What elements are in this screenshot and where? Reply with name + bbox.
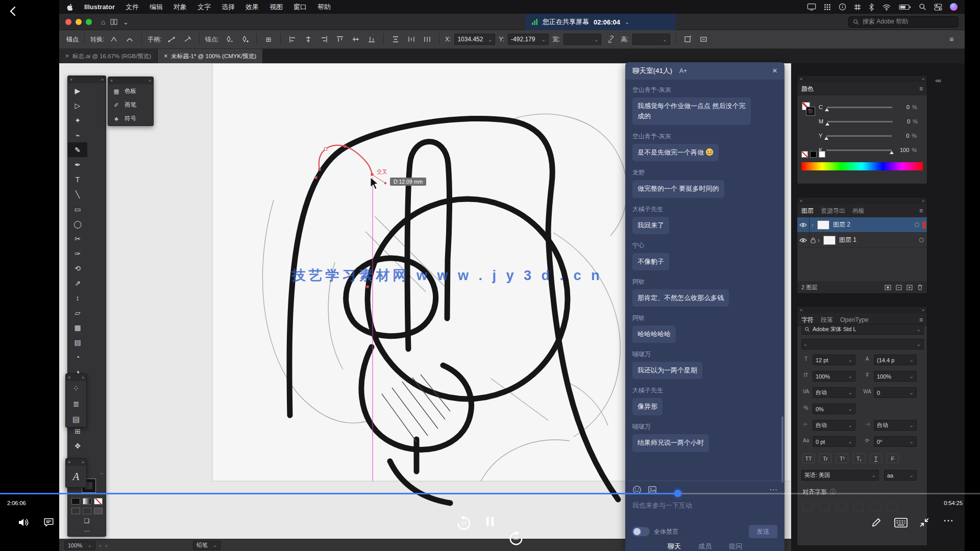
collapse-icon[interactable]: »: [82, 375, 84, 380]
mesh-tool[interactable]: ▦: [68, 320, 87, 335]
width-value-field[interactable]: ⌄: [564, 34, 601, 45]
new-sublayer-icon[interactable]: [896, 285, 902, 290]
close-tab-icon[interactable]: ×: [164, 53, 167, 60]
delete-layer-icon[interactable]: [917, 284, 923, 290]
show-handles-button[interactable]: [165, 34, 178, 45]
none-swatch[interactable]: [801, 151, 808, 158]
expand-layer-icon[interactable]: ›: [812, 221, 814, 229]
align-left-button[interactable]: [286, 34, 299, 45]
isolate-selected-object-icon[interactable]: [698, 34, 710, 45]
document-tab-logo[interactable]: × 标志.ai @ 16.67% (RGB/预览): [59, 49, 158, 63]
toolbar-more-button[interactable]: ⋯: [68, 526, 106, 536]
tab-layers[interactable]: 图层: [801, 207, 814, 215]
lasso-tool[interactable]: ⌁: [68, 128, 87, 142]
vertical-scale-select[interactable]: 100%⌄: [813, 371, 855, 382]
menu-select[interactable]: 选择: [222, 3, 235, 12]
close-window-button[interactable]: [65, 19, 71, 25]
exit-fullscreen-button[interactable]: [919, 517, 930, 528]
layer-name[interactable]: 图层 1: [839, 236, 856, 244]
chevron-down-icon[interactable]: ⌄: [122, 18, 129, 26]
pen-tool[interactable]: ✒: [68, 157, 87, 172]
x-value-field[interactable]: 1034.452⌄: [454, 34, 495, 45]
keyboard-button[interactable]: [894, 518, 908, 528]
align-top-button[interactable]: [334, 34, 346, 45]
black-swatch[interactable]: [810, 151, 817, 158]
wifi-icon[interactable]: [882, 4, 891, 11]
tsume-left-select[interactable]: 自动⌄: [813, 420, 855, 431]
panel-menu-icon[interactable]: ≡: [919, 85, 923, 92]
zoom-window-button[interactable]: [86, 19, 92, 25]
color-mode-buttons[interactable]: [68, 496, 106, 506]
free-transform-tool[interactable]: ▱: [68, 305, 87, 320]
ellipse-tool[interactable]: ◯: [68, 216, 87, 231]
none-button[interactable]: [94, 498, 103, 505]
panel-menu-icon[interactable]: ≡: [919, 316, 923, 323]
visibility-eye-icon[interactable]: [797, 217, 810, 232]
menu-help[interactable]: 帮助: [317, 3, 331, 12]
magenta-slider-row[interactable]: M0%: [819, 118, 918, 124]
layer-name[interactable]: 图层 2: [833, 220, 850, 229]
character-rotation-select[interactable]: 0°⌄: [874, 436, 917, 447]
connect-anchor-button[interactable]: [238, 34, 251, 45]
app-name[interactable]: Illustrator: [84, 3, 115, 11]
horizontal-scale-select[interactable]: 100%⌄: [874, 371, 917, 382]
make-mask-icon[interactable]: [885, 285, 891, 290]
height-value-field[interactable]: ⌄: [632, 34, 670, 45]
align-vertical-center-button[interactable]: [350, 34, 362, 45]
small-caps-button[interactable]: Tr: [819, 454, 831, 463]
white-swatch[interactable]: [819, 151, 825, 158]
spotlight-search-icon[interactable]: [919, 3, 926, 11]
convert-to-corner-button[interactable]: [108, 34, 120, 45]
tab-artboards[interactable]: 画板: [852, 207, 865, 215]
help-search-field[interactable]: 搜索 Adobe 帮助: [848, 16, 959, 28]
convert-to-smooth-button[interactable]: [124, 34, 136, 45]
tab-color[interactable]: 颜色: [801, 85, 814, 93]
collapsed-panel-strip[interactable]: ×» ⁘ ≣ ▤: [65, 373, 87, 428]
forward-30-button[interactable]: 30: [508, 531, 524, 546]
black-slider-row[interactable]: K100%: [819, 147, 917, 153]
apple-menu-icon[interactable]: [66, 3, 74, 11]
line-segment-tool[interactable]: ╲: [68, 187, 87, 202]
tab-members[interactable]: 成员: [698, 542, 712, 551]
expand-layer-icon[interactable]: ›: [818, 237, 820, 244]
collapse-icon[interactable]: »: [922, 77, 924, 82]
close-icon[interactable]: ×: [800, 198, 802, 204]
share-chevron-icon[interactable]: ⌄: [625, 19, 629, 26]
visibility-eye-icon[interactable]: [797, 233, 810, 247]
kerning-select[interactable]: 自动⌄: [813, 387, 855, 398]
glyph-snap-button[interactable]: [853, 503, 864, 511]
close-icon[interactable]: ×: [70, 77, 72, 82]
back-button[interactable]: [7, 5, 19, 17]
draw-behind-icon[interactable]: [83, 508, 91, 514]
close-icon[interactable]: ×: [800, 308, 802, 313]
annotate-pencil-button[interactable]: [871, 517, 882, 528]
symbols-panel-button[interactable]: ♣符号: [108, 112, 153, 126]
font-size-select[interactable]: 12 pt⌄: [813, 355, 855, 365]
swap-fill-stroke-icon[interactable]: ↔: [99, 470, 104, 475]
siri-icon[interactable]: [950, 3, 958, 11]
anti-aliasing-select[interactable]: aa⌄: [884, 470, 917, 481]
seek-handle[interactable]: [674, 490, 681, 497]
zoom-level-select[interactable]: 100%⌄: [64, 541, 95, 550]
keypad-icon[interactable]: [854, 4, 861, 11]
collapse-panels-icon[interactable]: ««: [935, 77, 940, 84]
stroke-proxy[interactable]: [806, 107, 815, 115]
menu-window[interactable]: 窗口: [293, 3, 307, 12]
layer-thumbnail[interactable]: [817, 220, 829, 230]
align-horizontal-center-button[interactable]: [302, 34, 314, 45]
layer-row[interactable]: › 图层 2: [797, 217, 927, 233]
close-icon[interactable]: ×: [68, 375, 70, 380]
chat-scrollbar[interactable]: [781, 416, 783, 483]
collapse-icon[interactable]: »: [82, 460, 84, 465]
font-family-select[interactable]: Adobe 宋体 Std L ⌄: [801, 324, 924, 335]
pencil-tool[interactable]: ✎: [68, 142, 87, 157]
layer-thumbnail[interactable]: [823, 236, 836, 245]
glyph-snap-button[interactable]: [819, 503, 830, 511]
rotate-tool[interactable]: ⟲: [68, 261, 87, 276]
baseline-shift-select[interactable]: 0 pt⌄: [813, 436, 855, 447]
draw-inside-icon[interactable]: [94, 508, 103, 514]
rewind-10-button[interactable]: 10: [456, 516, 472, 531]
collapse-icon[interactable]: »: [922, 198, 924, 204]
quick-swatches[interactable]: [801, 151, 825, 158]
gradient-button[interactable]: [83, 498, 91, 505]
